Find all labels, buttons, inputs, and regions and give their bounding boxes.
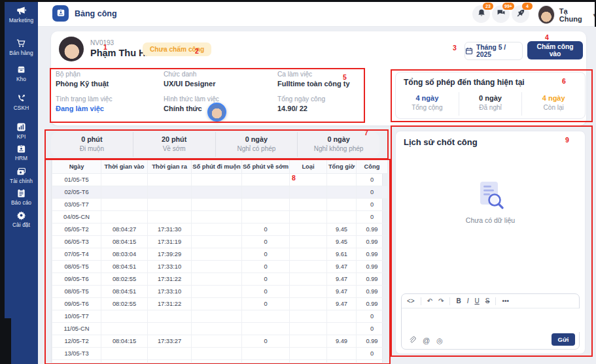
table-cell <box>290 323 327 335</box>
table-cell: 0.99 <box>357 236 388 248</box>
send-button[interactable]: Gửi <box>552 333 575 346</box>
comment-input[interactable] <box>402 308 582 332</box>
table-cell <box>290 310 327 323</box>
sidebar-item-cskh[interactable]: CSKH <box>5 93 38 111</box>
info-field-chuc-danh: Chức danh UX/UI Designer <box>164 71 215 88</box>
table-cell <box>192 335 242 348</box>
table-cell: 0 <box>242 273 290 286</box>
table-cell <box>327 323 357 335</box>
table-cell: 0.99 <box>357 286 388 298</box>
page-title-chip <box>52 5 69 22</box>
leave-remaining: 4 ngày Còn lại <box>521 92 585 116</box>
redo-button[interactable]: ↷ <box>438 294 444 308</box>
table-cell: 9.45 <box>327 236 357 248</box>
table-cell: 17:31:22 <box>148 273 192 286</box>
history-title: Lịch sử chốt công <box>404 137 478 147</box>
table-row: 08/05-T508:04:5117:33:1009.470.99 <box>52 286 388 298</box>
table-cell <box>101 323 148 335</box>
column-header: Thời gian ra <box>148 160 192 174</box>
sidebar-item-tai-chinh[interactable]: Tài chính <box>5 167 38 184</box>
toolbar-divider <box>495 297 496 305</box>
table-cell: 17:39:29 <box>148 248 192 261</box>
table-cell: 0.99 <box>357 335 388 348</box>
table-cell <box>290 273 327 286</box>
sidebar-item-cai-dat[interactable]: Cài đặt <box>5 210 38 228</box>
italic-button[interactable]: I <box>467 294 469 308</box>
table-cell <box>101 186 148 199</box>
notification-bell-button[interactable]: 23 <box>472 5 490 23</box>
table-cell: 01/05-T5 <box>52 174 101 186</box>
chat-icon <box>497 8 506 20</box>
sidebar-item-label: Báo cáo <box>5 199 38 206</box>
table-cell: 07/05-T4 <box>52 248 101 261</box>
table-cell <box>290 348 327 360</box>
id-badge-icon <box>56 8 65 20</box>
table-cell: 17:33:10 <box>148 286 192 298</box>
rocket-icon <box>516 8 525 20</box>
table-cell: 0 <box>242 298 290 310</box>
mention-icon[interactable]: @ <box>423 337 430 344</box>
stat-ve-som: 20 phút Về sớm <box>133 132 215 157</box>
table-cell: 0 <box>242 236 290 248</box>
month-picker[interactable]: Tháng 5 / 2025 <box>465 42 523 60</box>
sidebar-item-label: HRM <box>5 155 38 161</box>
calendar-icon <box>465 47 473 55</box>
bold-button[interactable]: B <box>456 294 461 308</box>
sidebar-item-hrm[interactable]: HRM <box>5 144 38 161</box>
underline-button[interactable]: U <box>474 294 479 308</box>
table-cell <box>192 199 242 211</box>
table-cell: 08/05-T5 <box>52 261 101 273</box>
table-cell <box>192 261 242 273</box>
table-cell: 0 <box>357 323 388 335</box>
table-cell <box>192 174 242 186</box>
table-cell: 0.99 <box>357 360 388 364</box>
table-cell <box>148 174 192 186</box>
sidebar-item-marketing[interactable]: Marketing <box>5 6 38 24</box>
info-field-tong-ngay-cong: Tổng ngày công 14.90/ 22 <box>277 95 325 112</box>
table-row: 14/05-T408:06:1317:32:5309.440.99 <box>52 360 388 364</box>
column-header: Tổng giờ <box>327 160 357 174</box>
table-cell <box>148 211 192 223</box>
user-menu[interactable]: Tạ Chung ▾ <box>538 5 596 24</box>
table-cell <box>290 248 327 261</box>
employee-name: Phạm Thu Hà <box>90 48 151 58</box>
column-header: Số phút đi muộn <box>192 160 242 174</box>
table-cell <box>327 174 357 186</box>
info-field-bo-phan: Bộ phận Phòng Kỹ thuật <box>56 71 109 88</box>
employee-code: NV0193 <box>90 39 114 46</box>
sidebar-item-label: Tài chính <box>5 178 38 184</box>
more-options-button[interactable]: ••• <box>502 294 509 308</box>
table-cell: 9.44 <box>327 360 357 364</box>
updates-button[interactable]: 4 <box>512 5 529 23</box>
table-cell <box>148 323 192 335</box>
floating-user-avatar[interactable] <box>207 103 226 122</box>
checkin-button[interactable]: Chấm công vào <box>527 41 583 59</box>
bell-icon <box>477 8 486 20</box>
strikethrough-button[interactable]: S <box>485 294 490 308</box>
table-cell <box>101 199 148 211</box>
column-header: Số phút về sớm <box>242 160 290 174</box>
table-row: 04/05-CN0 <box>52 211 388 223</box>
table-cell <box>192 360 242 364</box>
table-cell: 08/05-T5 <box>52 286 101 298</box>
editor-toolbar: <> ↶ ↷ B I U S ••• <box>402 294 579 308</box>
app-window: Marketing Bán hàng Kho CSKH KPI HRM Tài … <box>0 0 596 364</box>
table-cell: 08:02:55 <box>101 298 148 310</box>
paperclip-icon[interactable] <box>408 336 416 345</box>
sidebar-item-ban-hang[interactable]: Bán hàng <box>5 39 38 56</box>
table-cell <box>192 223 242 236</box>
undo-button[interactable]: ↶ <box>427 294 432 308</box>
toolbar-divider <box>421 297 421 305</box>
sidebar-item-kpi[interactable]: KPI <box>5 122 38 140</box>
sidebar: Marketing Bán hàng Kho CSKH KPI HRM Tài … <box>5 2 38 364</box>
table-cell <box>327 348 357 360</box>
table-cell: 06/05-T3 <box>52 236 101 248</box>
code-button[interactable]: <> <box>407 294 415 308</box>
sidebar-item-bao-cao[interactable]: Báo cáo <box>5 188 38 206</box>
messages-button[interactable]: 99+ <box>492 5 510 23</box>
table-cell: 08:04:15 <box>101 335 148 348</box>
sidebar-item-kho[interactable]: Kho <box>5 65 38 82</box>
target-icon[interactable]: ◎ <box>436 337 443 344</box>
document-search-icon <box>472 178 508 216</box>
table-cell: 0.99 <box>357 248 388 261</box>
